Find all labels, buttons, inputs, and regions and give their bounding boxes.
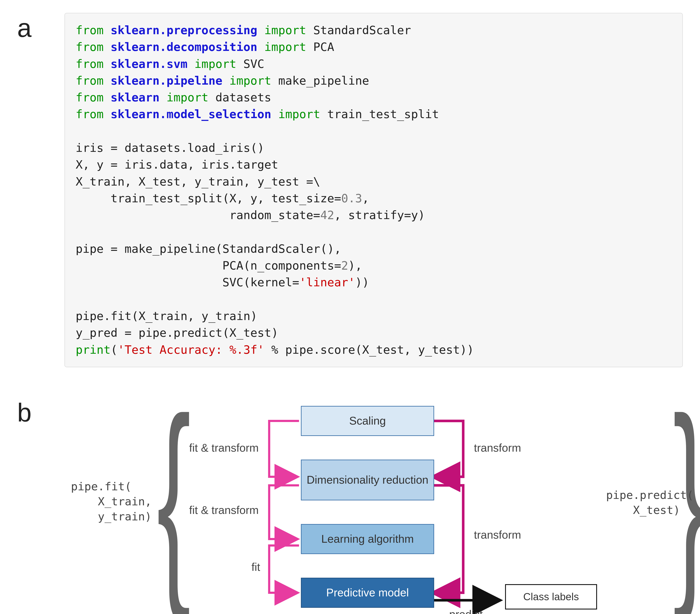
stage-dimred: Dimensionality reduction [301,460,434,500]
kw-import: import [166,91,209,104]
code-text: ( [111,343,118,357]
code-anno-fit: pipe.fit( X_train, y_train) [71,479,152,524]
code-text: % pipe.score(X_test, y_test)) [264,343,474,357]
code-text: ), [348,259,362,272]
import-names: SVC [236,57,264,71]
code-text: , [362,192,369,205]
brace-left-icon: { [157,384,191,610]
edge-label-transform-1: transform [474,441,521,454]
edge-label-fit-transform-1: fit & transform [189,441,259,454]
edge-label-transform-2: transform [474,528,521,541]
panel-b: b Scal [17,397,683,614]
module-path: sklearn.svm [111,57,188,71]
kw-import: import [229,74,271,87]
kw-from: from [76,57,103,71]
code-line: train_test_split(X, y, test_size= [76,192,341,205]
kw-from: from [76,74,103,87]
number-literal: 0.3 [341,192,362,205]
kw-import: import [264,23,306,37]
module-path: sklearn [111,91,160,104]
code-line: iris = datasets.load_iris() [76,141,264,155]
kw-from: from [76,107,103,121]
kw-from: from [76,40,103,54]
string-literal: 'linear' [299,276,355,289]
stage-learning: Learning algorithm [301,524,434,554]
module-path: sklearn.decomposition [111,40,258,54]
kw-from: from [76,91,103,104]
output-class-labels: Class labels [505,584,597,610]
edge-label-predict: predict [449,608,483,614]
import-names: StandardScaler [306,23,411,37]
module-path: sklearn.pipeline [111,74,223,87]
code-listing: from sklearn.preprocessing import Standa… [64,13,683,367]
kw-from: from [76,23,103,37]
kw-import: import [195,57,236,71]
import-names: PCA [306,40,334,54]
code-line: X, y = iris.data, iris.target [76,158,278,171]
kw-import: import [278,107,320,121]
pipeline-diagram: Scaling Dimensionality reduction Learnin… [64,397,683,614]
code-line: PCA(n_components= [76,259,341,272]
edge-label-fit: fit [251,561,260,573]
builtin-print: print [76,343,111,357]
number-literal: 42 [320,208,334,222]
code-line: pipe.fit(X_train, y_train) [76,309,257,323]
panel-label-a: a [17,13,64,41]
code-line: random_state= [76,208,320,222]
code-line: SVC(kernel= [76,276,299,289]
import-names: make_pipeline [271,74,369,87]
import-names: train_test_split [320,107,439,121]
code-anno-predict: pipe.predict( X_test) [606,487,693,517]
import-names: datasets [209,91,272,104]
stage-model: Predictive model [301,578,434,608]
stage-scaling: Scaling [301,406,434,436]
module-path: sklearn.model_selection [111,107,272,121]
panel-label-b: b [17,397,64,425]
code-text: )) [355,276,369,289]
code-line: pipe = make_pipeline(StandardScaler(), [76,242,341,256]
number-literal: 2 [341,259,348,272]
kw-import: import [264,40,306,54]
module-path: sklearn.preprocessing [111,23,258,37]
code-line: y_pred = pipe.predict(X_test) [76,326,278,340]
code-line: X_train, X_test, y_train, y_test =\ [76,175,320,188]
panel-a: a from sklearn.preprocessing import Stan… [17,13,683,367]
code-text: , stratify=y) [334,208,425,222]
edge-label-fit-transform-2: fit & transform [189,503,259,516]
string-literal: 'Test Accuracy: %.3f' [117,343,264,357]
